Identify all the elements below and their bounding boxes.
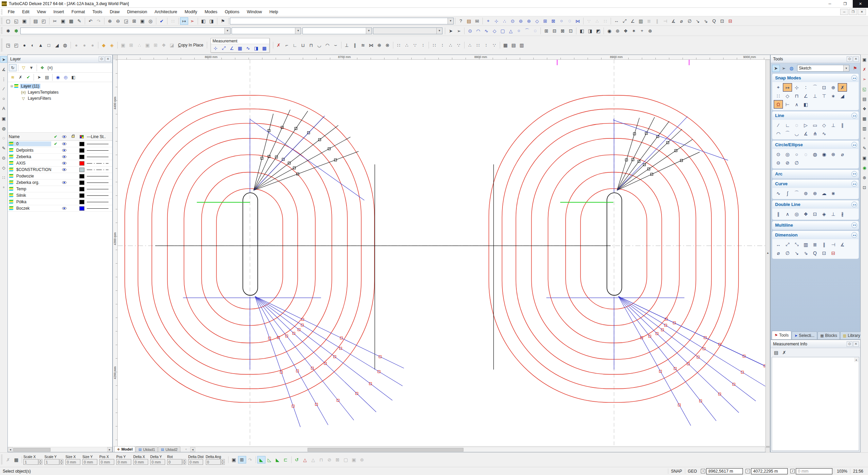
- y-coordinate-value[interactable]: 4072,2295 m: [751, 468, 788, 474]
- chevron-down-icon[interactable]: ▼: [448, 18, 453, 24]
- array-b3[interactable]: ∴: [447, 41, 455, 49]
- scrollbar-thumb[interactable]: [308, 448, 463, 452]
- doc-tab-układ2[interactable]: ▤Układ2: [158, 446, 180, 452]
- ellipse[interactable]: ⊝: [774, 158, 783, 167]
- dims-diameter[interactable]: ∅: [783, 249, 792, 257]
- snap-gridpoint-mode[interactable]: ∗: [829, 92, 838, 100]
- calculator[interactable]: ▦: [12, 456, 20, 463]
- dims-radius[interactable]: ⌀: [774, 249, 783, 257]
- box-a[interactable]: ▢: [342, 456, 350, 463]
- layer-color-chip[interactable]: [79, 174, 84, 178]
- property-combo-3[interactable]: ▼: [302, 27, 372, 34]
- eye-icon[interactable]: [62, 181, 66, 184]
- solid-hemisphere[interactable]: ◐: [28, 41, 37, 49]
- layer-linestyle[interactable]: [87, 150, 108, 151]
- draw-mode-f[interactable]: ⊏: [282, 456, 290, 463]
- line-single[interactable]: ∕: [774, 121, 783, 129]
- circle-tan-2[interactable]: ◉: [820, 150, 829, 158]
- chevron-down-icon[interactable]: ▼▼: [851, 171, 857, 177]
- layer-color-chip[interactable]: [79, 155, 84, 159]
- dims-rotated[interactable]: ⤢: [783, 240, 792, 249]
- no-box[interactable]: ⊠: [334, 456, 342, 463]
- property-combo-1[interactable]: ▼: [20, 27, 231, 34]
- clear-measurement[interactable]: ✗: [780, 349, 788, 356]
- close-icon[interactable]: ✕: [853, 56, 859, 62]
- sphere-render[interactable]: ●: [861, 135, 868, 141]
- line-rectangle[interactable]: ▭: [810, 121, 820, 129]
- layer-row[interactable]: Temp: [8, 186, 112, 192]
- world-icon[interactable]: ◍: [788, 65, 795, 72]
- dims-leader-multi[interactable]: ⇘: [801, 249, 810, 257]
- snap-tangent-mode[interactable]: ∠: [801, 92, 810, 100]
- select-by-layer[interactable]: ➤: [35, 74, 43, 81]
- coord-mode[interactable]: ⊞: [238, 456, 246, 463]
- layer-linestyle[interactable]: [87, 176, 108, 176]
- circle-concentric[interactable]: ◎: [783, 150, 792, 158]
- grid-view-2[interactable]: ▤: [510, 41, 518, 49]
- angle-join[interactable]: ∟: [291, 41, 299, 49]
- solid-box[interactable]: ◳: [4, 41, 12, 49]
- line-polygon[interactable]: ◌: [792, 121, 801, 129]
- menu-modify[interactable]: Modify: [181, 8, 201, 16]
- modify-subtract[interactable]: ⊟: [550, 27, 558, 35]
- curve-convert[interactable]: ⋇: [829, 189, 838, 197]
- send-mail[interactable]: ✉: [473, 17, 481, 25]
- grid-tool[interactable]: ∷: [0, 174, 7, 181]
- property-combo-4[interactable]: ▼: [373, 27, 442, 34]
- solid-wedge[interactable]: ◢: [53, 41, 61, 49]
- chevron-up-icon[interactable]: ▲▲: [851, 232, 857, 238]
- column-active-icon[interactable]: ✔: [51, 134, 60, 139]
- rotate-green[interactable]: ↺: [293, 456, 301, 463]
- group-points[interactable]: ∴: [135, 41, 143, 49]
- layer-linestyle[interactable]: [87, 208, 108, 209]
- tree-expander-icon[interactable]: ⊟: [9, 84, 14, 88]
- zoom-out[interactable]: ⊖: [114, 17, 122, 25]
- delete-layer[interactable]: ✗: [17, 74, 24, 81]
- measure-angle[interactable]: ∠: [228, 44, 236, 52]
- lock-column-icon[interactable]: [72, 135, 75, 138]
- layer-tree-item[interactable]: ▽LayersFilters: [9, 95, 112, 101]
- draw-mode-2d[interactable]: ◣: [257, 456, 265, 463]
- snap-nearest-v[interactable]: ⊥: [810, 92, 820, 100]
- measure-perimeter[interactable]: ∿: [244, 44, 252, 52]
- measure-distance[interactable]: ⤢: [220, 44, 228, 52]
- section-header[interactable]: Curve▲▲: [772, 180, 859, 188]
- fill-tool[interactable]: ◍: [0, 125, 7, 132]
- selector-properties[interactable]: ⚑: [219, 17, 227, 25]
- construction-tool[interactable]: ⋮: [0, 76, 7, 82]
- weld-top[interactable]: ⊓: [307, 41, 315, 49]
- maximize-button[interactable]: ❐: [837, 0, 853, 8]
- zoom-in[interactable]: ⊕: [106, 17, 114, 25]
- mdi-close-button[interactable]: ✕: [858, 9, 866, 15]
- draw-arc2[interactable]: ⌒: [523, 27, 531, 35]
- canvas-hscrollbar[interactable]: ◄ ►: [190, 447, 770, 452]
- scroll-up-icon[interactable]: ▲: [854, 358, 859, 362]
- snap-grid[interactable]: ○: [557, 17, 566, 25]
- array-c2[interactable]: ∷: [474, 41, 482, 49]
- zoom-extents[interactable]: ⊞: [130, 17, 138, 25]
- dims-auto[interactable]: ↔: [774, 240, 783, 249]
- dline-single[interactable]: ∥: [774, 210, 783, 218]
- layer-row[interactable]: 0✔: [8, 141, 112, 147]
- apply-check[interactable]: ✔: [24, 74, 32, 81]
- array-b4[interactable]: ∵: [455, 41, 463, 49]
- sphere-gray-1[interactable]: ●: [72, 41, 80, 49]
- snap-apparent[interactable]: ⊠: [549, 17, 557, 25]
- chevron-down-icon[interactable]: ▼: [224, 28, 230, 34]
- chevron-down-icon[interactable]: ▼: [436, 28, 442, 34]
- no-snap[interactable]: ➣: [188, 17, 196, 25]
- snap-ruler-mode[interactable]: ⊢: [783, 100, 792, 109]
- field-input[interactable]: 0 mm: [133, 459, 148, 465]
- dim-rotated[interactable]: ⤢: [620, 17, 629, 25]
- curve-spline[interactable]: ∿: [774, 189, 783, 197]
- circle-tan-line[interactable]: ◍: [810, 150, 820, 158]
- curve-cloud[interactable]: ☁: [820, 189, 829, 197]
- doc-tab-model[interactable]: ❖Model: [114, 446, 135, 452]
- sphere-gray-2[interactable]: ●: [80, 41, 88, 49]
- chevron-up-icon[interactable]: ▲▲: [851, 142, 857, 148]
- block-insert[interactable]: ⊞: [152, 41, 160, 49]
- menu-dimension[interactable]: Dimension: [123, 8, 151, 16]
- grid-view-3[interactable]: ▥: [518, 41, 526, 49]
- chevron-up-icon[interactable]: ▲▲: [851, 75, 857, 81]
- line-sketch[interactable]: ∿: [820, 129, 829, 138]
